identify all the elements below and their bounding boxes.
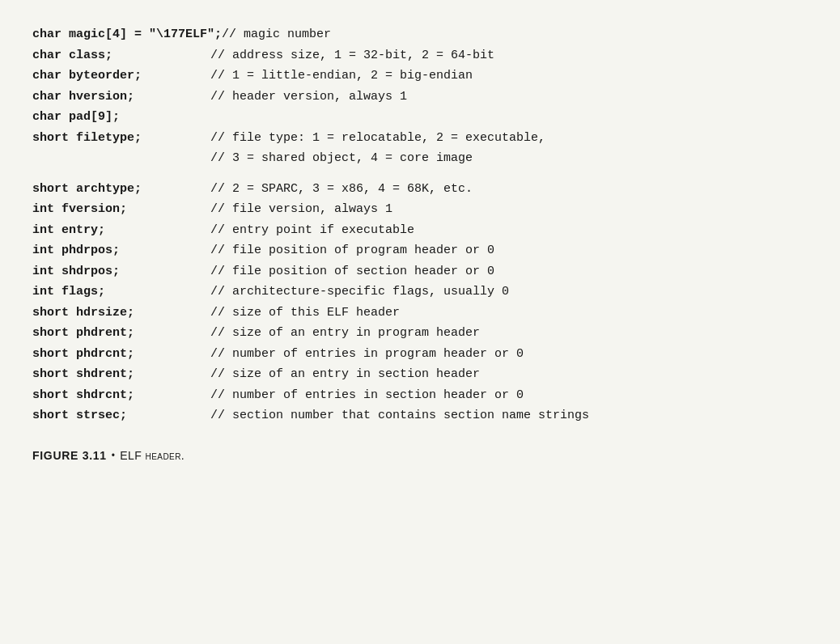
code-line-archtype: short archtype; // 2 = SPARC, 3 = x86, 4…: [32, 179, 808, 200]
code-declaration: int fversion;: [32, 199, 210, 220]
code-declaration: short shdrent;: [32, 364, 210, 385]
code-line-phdrent: short phdrent; // size of an entry in pr…: [32, 323, 808, 344]
code-declaration: short phdrcnt;: [32, 344, 210, 365]
code-comment: // 1 = little-endian, 2 = big-endian: [210, 66, 473, 87]
code-line-fversion: int fversion; // file version, always 1: [32, 199, 808, 220]
code-comment: // file type: 1 = relocatable, 2 = execu…: [210, 128, 545, 149]
code-comment: // header version, always 1: [210, 87, 407, 108]
code-declaration: short archtype;: [32, 179, 210, 200]
code-declaration: char pad[9];: [32, 107, 210, 128]
code-comment: // number of entries in section header o…: [210, 385, 524, 406]
code-comment: // entry point if executable: [210, 220, 414, 241]
code-comment: // size of this ELF header: [210, 303, 400, 324]
code-comment: // section number that contains section …: [210, 405, 589, 426]
code-declaration: int flags;: [32, 282, 210, 303]
code-line-phdrpos: int phdrpos; // file position of program…: [32, 240, 808, 261]
code-line-byteorder: char byteorder; // 1 = little-endian, 2 …: [32, 66, 808, 87]
code-line-class: char class; // address size, 1 = 32-bit,…: [32, 45, 808, 66]
code-comment: // file version, always 1: [210, 199, 392, 220]
code-declaration: char magic[4] = "\177ELF";: [32, 24, 222, 45]
code-comment: // file position of program header or 0: [210, 240, 494, 261]
code-line-entry: int entry; // entry point if executable: [32, 220, 808, 241]
code-declaration: int entry;: [32, 220, 210, 241]
code-declaration: char hversion;: [32, 87, 210, 108]
code-line-hversion: char hversion; // header version, always…: [32, 87, 808, 108]
code-line-hdrsize: short hdrsize; // size of this ELF heade…: [32, 303, 808, 324]
code-declaration: short hdrsize;: [32, 303, 210, 324]
code-line-strsec: short strsec; // section number that con…: [32, 405, 808, 426]
code-line-filetype-cont: // 3 = shared object, 4 = core image: [32, 148, 808, 169]
code-comment: // file position of section header or 0: [210, 261, 494, 282]
code-declaration: short shdrcnt;: [32, 385, 210, 406]
code-declaration: short phdrent;: [32, 323, 210, 344]
code-comment: // 2 = SPARC, 3 = x86, 4 = 68K, etc.: [210, 179, 473, 200]
code-comment: // address size, 1 = 32-bit, 2 = 64-bit: [210, 45, 494, 66]
code-declaration: int phdrpos;: [32, 240, 210, 261]
code-line-shdrent: short shdrent; // size of an entry in se…: [32, 364, 808, 385]
code-comment: // magic number: [222, 24, 331, 45]
code-line-flags: int flags; // architecture-specific flag…: [32, 282, 808, 303]
code-line-phdrcnt: short phdrcnt; // number of entries in p…: [32, 344, 808, 365]
figure-bullet: •: [112, 450, 116, 461]
figure-label: Figure 3.11: [32, 449, 107, 462]
code-comment: // architecture-specific flags, usually …: [210, 282, 509, 303]
code-block: char magic[4] = "\177ELF"; // magic numb…: [32, 24, 808, 426]
code-line-magic: char magic[4] = "\177ELF"; // magic numb…: [32, 24, 808, 45]
code-comment: // number of entries in program header o…: [210, 344, 524, 365]
code-declaration: short filetype;: [32, 128, 210, 149]
code-line-shdrpos: int shdrpos; // file position of section…: [32, 261, 808, 282]
code-declaration: char class;: [32, 45, 210, 66]
code-line-pad: char pad[9];: [32, 107, 808, 128]
figure-caption-text: ELF header.: [120, 449, 185, 462]
figure-caption: Figure 3.11 • ELF header.: [32, 449, 808, 462]
code-comment: // size of an entry in program header: [210, 323, 480, 344]
code-line-shdrcnt: short shdrcnt; // number of entries in s…: [32, 385, 808, 406]
code-comment: // size of an entry in section header: [210, 364, 480, 385]
code-declaration: char byteorder;: [32, 66, 210, 87]
code-line-filetype: short filetype; // file type: 1 = reloca…: [32, 128, 808, 149]
code-comment-cont: // 3 = shared object, 4 = core image: [210, 148, 473, 169]
code-declaration: int shdrpos;: [32, 261, 210, 282]
code-declaration: short strsec;: [32, 405, 210, 426]
